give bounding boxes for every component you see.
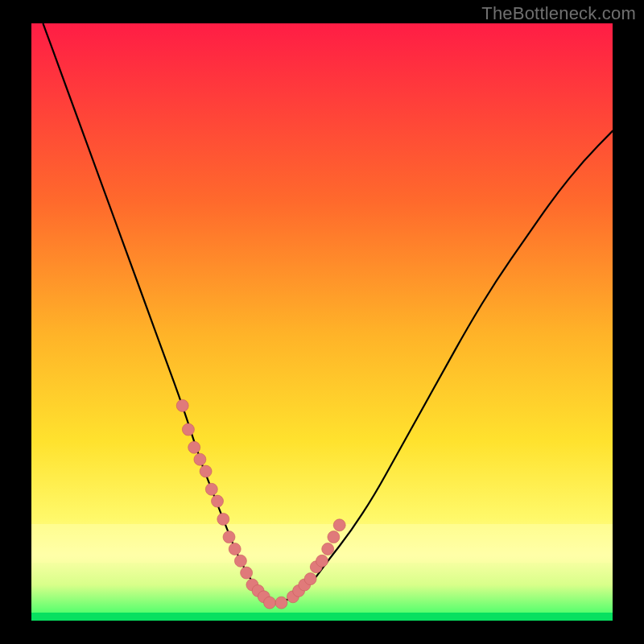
curve-marker [333,519,345,531]
bottom-strip [31,613,613,621]
curve-marker [223,531,235,543]
plot-area [31,23,613,621]
curve-marker [322,543,334,555]
curve-marker [229,543,241,555]
outer-frame: TheBottleneck.com [0,0,644,644]
curve-marker [194,453,206,465]
curve-marker [217,513,229,525]
curve-marker [316,555,328,567]
watermark-label: TheBottleneck.com [481,3,636,24]
curve-marker [328,531,340,543]
curve-marker [234,555,246,567]
curve-marker [205,483,217,495]
chart-svg [31,23,613,621]
curve-marker [182,423,194,436]
curve-marker [241,567,253,579]
curve-marker [200,465,212,477]
curve-marker [264,597,276,609]
curve-marker [304,573,316,585]
curve-marker [275,597,287,609]
curve-marker [188,441,200,453]
curve-marker [212,495,224,507]
curve-marker [176,399,188,411]
